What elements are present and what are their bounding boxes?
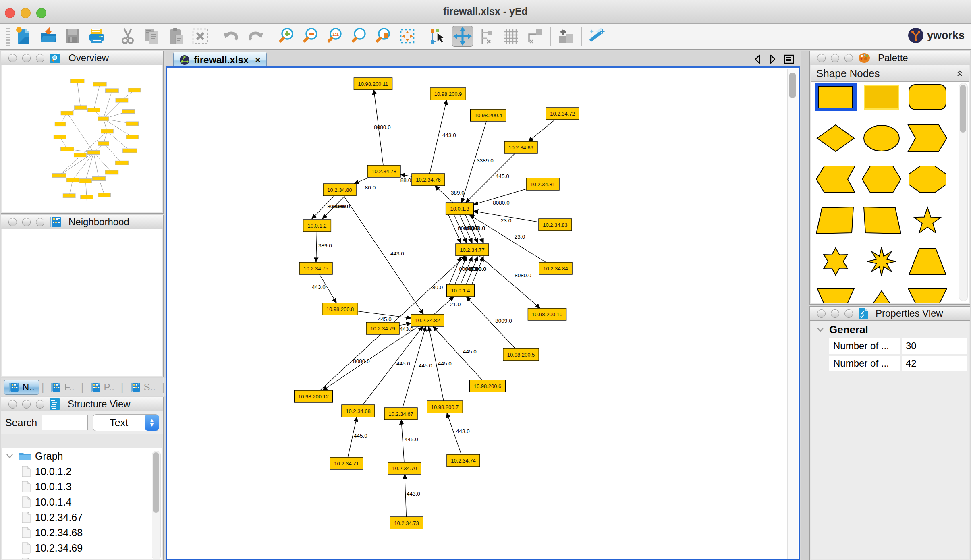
panel-button[interactable] [8,400,17,409]
graph-edge[interactable] [363,326,423,405]
graph-node-10.98.200.8[interactable]: 10.98.200.8 [322,303,358,315]
graph-node-10.98.200.12[interactable]: 10.98.200.12 [294,390,332,402]
graph-node-10.98.200.11[interactable]: 10.98.200.11 [354,78,392,90]
graph-edge[interactable] [528,120,555,141]
previous-tab-icon[interactable] [753,54,762,64]
graph-node-10.2.34.81[interactable]: 10.2.34.81 [526,178,559,190]
graph-node-10.98.200.6[interactable]: 10.98.200.6 [470,380,506,392]
graph-node-10.98.200.10[interactable]: 10.98.200.10 [528,308,566,320]
orthogonal-edge-button[interactable] [525,26,546,47]
palette-panel-header[interactable]: Palette [810,51,970,65]
graph-node-10.0.1.2[interactable]: 10.0.1.2 [303,220,331,232]
panel-button[interactable] [36,54,44,62]
canvas-vertical-scrollbar[interactable] [787,69,798,559]
tree-scrollbar[interactable] [152,451,161,559]
graph-edge[interactable] [401,420,404,462]
graph-node-10.0.1.3[interactable]: 10.0.1.3 [446,203,474,215]
panel-button[interactable] [844,54,853,62]
palette-scrollbar-thumb[interactable] [960,85,966,133]
graph-node-10.2.34.80[interactable]: 10.2.34.80 [323,184,356,196]
zoom-to-selection-button[interactable] [373,26,394,47]
fit-content-button[interactable] [397,26,418,47]
palette-shape-octagon[interactable] [907,165,948,193]
graph-node-10.2.34.73[interactable]: 10.2.34.73 [390,517,423,529]
panel-button[interactable] [36,218,44,226]
palette-shape-chevron-left[interactable] [815,165,857,193]
graph-node-10.2.34.70[interactable]: 10.2.34.70 [388,462,421,474]
graph-edge[interactable] [479,256,540,308]
property-value[interactable]: 30 [902,338,967,354]
graph-node-10.2.34.76[interactable]: 10.2.34.76 [412,174,445,186]
zoom-in-button[interactable] [276,26,297,47]
panel-tab-F[interactable]: F.. [46,380,78,394]
palette-shape-round-rectangle[interactable] [907,83,948,111]
panel-tab-N[interactable]: N.. [4,380,39,395]
overview-panel-header[interactable]: Overview [1,51,163,65]
palette-shape-chevron-right[interactable] [907,124,948,152]
palette-shape-rectangle[interactable] [815,83,857,111]
open-file-button[interactable] [38,26,59,47]
snap-lines-button[interactable] [476,26,497,47]
panel-button[interactable] [36,400,44,409]
palette-shape-star-5[interactable] [907,206,948,234]
palette-shape-diamond[interactable] [815,124,857,152]
structure-panel-header[interactable]: Structure View [1,397,163,411]
zoom-out-button[interactable] [300,26,321,47]
print-button[interactable] [86,26,107,47]
chevron-down-icon[interactable] [5,453,14,459]
neighborhood-panel-header[interactable]: Neighborhood [1,215,163,229]
panel-button[interactable] [22,54,31,62]
graph-node-10.2.34.75[interactable]: 10.2.34.75 [299,262,332,274]
zoom-actual-size-button[interactable]: 1:1 [324,26,345,47]
cut-button[interactable] [117,26,138,47]
neighborhood-view[interactable] [2,229,162,376]
graph-node-10.2.34.72[interactable]: 10.2.34.72 [546,108,579,120]
graph-node-10.98.200.4[interactable]: 10.98.200.4 [471,109,506,121]
graph-edge[interactable] [316,232,317,262]
graph-node-10.2.34.78[interactable]: 10.2.34.78 [367,165,400,177]
document-tab-firewall[interactable]: firewall.xlsx × [173,52,267,68]
palette-shape-hexagon[interactable] [861,165,903,193]
graph-node-10.2.34.67[interactable]: 10.2.34.67 [384,408,417,420]
panel-button[interactable] [817,54,826,62]
graph-node-10.2.34.77[interactable]: 10.2.34.77 [456,244,489,256]
delete-button[interactable] [190,26,211,47]
collapse-section-icon[interactable] [956,69,963,77]
graph-node-10.0.1.4[interactable]: 10.0.1.4 [447,284,475,297]
palette-shape-trapezoid-3[interactable] [907,288,948,303]
tree-item-graph[interactable]: Graph [2,448,162,464]
graph-node-10.2.34.84[interactable]: 10.2.34.84 [539,262,572,274]
palette-shape-parallelogram[interactable] [815,206,857,234]
panel-button[interactable] [8,218,17,226]
graph-node-10.2.34.83[interactable]: 10.2.34.83 [539,219,572,231]
tree-item-10.0.1.4[interactable]: 10.0.1.4 [2,494,162,510]
panel-button[interactable] [22,400,31,409]
palette-shape-rectangle-3d[interactable] [861,83,903,111]
tree-item-10.2.34.70[interactable]: 10.2.34.70 [2,556,162,559]
graph-edge[interactable] [344,196,423,314]
tree-item-10.2.34.67[interactable]: 10.2.34.67 [2,510,162,525]
properties-group-general[interactable]: General [811,321,969,338]
palette-scrollbar[interactable] [959,83,968,301]
magic-wand-button[interactable] [587,26,608,47]
tree-item-10.0.1.2[interactable]: 10.0.1.2 [2,464,162,479]
graph-edge[interactable] [399,323,411,325]
palette-shape-triangle[interactable] [861,288,903,303]
graph-edge[interactable] [405,474,407,517]
panel-button[interactable] [817,309,826,318]
tree-item-10.2.34.68[interactable]: 10.2.34.68 [2,525,162,540]
panel-button[interactable] [844,309,853,318]
grid-button[interactable] [500,26,521,47]
save-button[interactable] [62,26,83,47]
overview-minimap[interactable] [2,65,162,212]
normalize-graph-button[interactable] [556,26,577,47]
panel-splitter[interactable] [801,51,809,560]
graph-node-10.98.200.9[interactable]: 10.98.200.9 [430,88,466,100]
panel-button[interactable] [831,54,839,62]
graph-edge[interactable] [435,186,453,203]
tree-item-10.2.34.69[interactable]: 10.2.34.69 [2,540,162,556]
graph-edge[interactable] [322,326,418,390]
graph-node-10.2.34.74[interactable]: 10.2.34.74 [447,454,480,467]
panel-button[interactable] [831,309,839,318]
panel-tab-S[interactable]: S.. [126,380,160,394]
